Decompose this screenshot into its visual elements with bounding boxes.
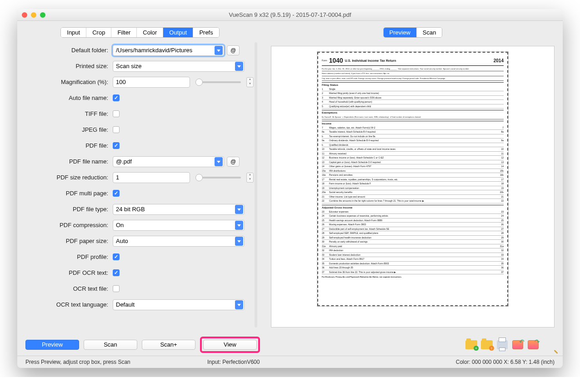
label-pdf-compress: PDF compression: xyxy=(22,222,113,228)
chevron-down-icon xyxy=(235,62,243,71)
doc-title: U.S. Individual Income Tax Return xyxy=(345,59,396,63)
pdf-file-type-combo[interactable]: 24 bit RGB xyxy=(113,204,245,215)
pdf-name-at-button[interactable]: @ xyxy=(227,157,240,167)
scanplus-button[interactable]: Scan+ xyxy=(142,340,195,350)
pdf-file-name-combo[interactable]: @.pdf xyxy=(113,156,224,167)
tab-filter[interactable]: Filter xyxy=(111,28,137,37)
form-area: Default folder: /Users/hamrickdavid/Pict… xyxy=(22,42,258,327)
printer-icon[interactable] xyxy=(496,339,508,351)
folder-at-button[interactable]: @ xyxy=(227,45,240,55)
magnification-stepper[interactable]: ▲▼ xyxy=(246,77,254,87)
tab-preview[interactable]: Preview xyxy=(384,28,417,37)
button-row: Preview Scan Scan+ View + ↑ ↶ ↷ xyxy=(17,332,563,356)
rotate-right-icon[interactable]: ↷ xyxy=(527,339,539,351)
chevron-down-icon xyxy=(215,157,223,166)
tab-input[interactable]: Input xyxy=(61,28,86,37)
label-pdf-file-type: PDF file type: xyxy=(22,206,113,213)
tab-scan[interactable]: Scan xyxy=(417,28,442,37)
chevron-down-icon xyxy=(215,46,223,55)
rotate-left-icon[interactable]: ↶ xyxy=(512,339,524,351)
jpeg-file-checkbox[interactable] xyxy=(113,126,120,133)
label-jpeg-file: JPEG file: xyxy=(22,126,113,133)
tab-color[interactable]: Color xyxy=(137,28,163,37)
tab-output[interactable]: Output xyxy=(163,28,193,37)
label-default-folder: Default folder: xyxy=(22,47,113,54)
scanned-document: Form 1040 U.S. Individual Income Tax Ret… xyxy=(317,52,508,306)
pdf-size-red-stepper[interactable]: ▲▼ xyxy=(246,173,254,183)
preview-pane: Preview Scan Form 1040 U.S. Individual I… xyxy=(263,21,563,332)
options-pane: Input Crop Filter Color Output Prefs Def… xyxy=(17,21,263,332)
tab-crop[interactable]: Crop xyxy=(86,28,111,37)
pdf-file-checkbox[interactable] xyxy=(113,142,120,149)
chevron-down-icon xyxy=(235,300,243,309)
pdf-size-red-input[interactable]: 1 xyxy=(113,172,190,183)
pdf-size-red-slider[interactable] xyxy=(195,177,241,179)
chevron-down-icon xyxy=(235,221,243,230)
preview-button[interactable]: Preview xyxy=(25,340,79,350)
pdf-compress-combo[interactable]: On xyxy=(113,220,245,231)
label-pdf-size-red: PDF size reduction: xyxy=(22,174,113,181)
printed-size-combo[interactable]: Scan size xyxy=(113,61,245,72)
ocr-lang-combo[interactable]: Default xyxy=(113,299,245,310)
view-button-highlight: View xyxy=(200,337,260,353)
new-folder-icon[interactable]: + xyxy=(465,339,477,351)
magnification-input[interactable]: 100 xyxy=(113,77,190,88)
status-input: Input: PerfectionV600 xyxy=(207,359,371,365)
auto-file-name-checkbox[interactable] xyxy=(113,94,120,101)
doc-form-number: 1040 xyxy=(329,56,343,65)
pdf-paper-size-combo[interactable]: Auto xyxy=(113,236,245,247)
window-title: VueScan 9 x32 (9.5.19) - 2015-07-17-0004… xyxy=(17,11,563,18)
left-tabs: Input Crop Filter Color Output Prefs xyxy=(60,27,219,38)
chevron-down-icon xyxy=(235,205,243,214)
label-pdf-file-name: PDF file name: xyxy=(22,158,113,165)
preview-viewport[interactable]: Form 1040 U.S. Individual Income Tax Ret… xyxy=(271,46,555,327)
statusbar: Press Preview, adjust crop box, press Sc… xyxy=(17,356,563,368)
default-folder-combo[interactable]: /Users/hamrickdavid/Pictures xyxy=(113,45,224,56)
label-ocr-text-file: OCR text file: xyxy=(22,285,113,292)
scan-button[interactable]: Scan xyxy=(84,340,137,350)
label-auto-file-name: Auto file name: xyxy=(22,94,113,101)
ocr-text-file-checkbox[interactable] xyxy=(113,285,120,292)
label-pdf-ocr-text: PDF OCR text: xyxy=(22,269,113,276)
chevron-down-icon xyxy=(235,237,243,246)
label-pdf-file: PDF file: xyxy=(22,142,113,149)
label-printed-size: Printed size: xyxy=(22,63,113,69)
zoom-in-icon[interactable] xyxy=(543,339,555,351)
titlebar: VueScan 9 x32 (9.5.19) - 2015-07-17-0004… xyxy=(17,9,563,21)
doc-year: 2014 xyxy=(494,58,504,64)
label-pdf-paper-size: PDF paper size: xyxy=(22,238,113,244)
label-pdf-profile: PDF profile: xyxy=(22,253,113,260)
label-magnification: Magnification (%): xyxy=(22,79,113,85)
pdf-ocr-text-checkbox[interactable] xyxy=(113,269,120,276)
app-window: VueScan 9 x32 (9.5.19) - 2015-07-17-0004… xyxy=(17,9,563,368)
label-ocr-lang: OCR text language: xyxy=(22,301,113,308)
pdf-multi-page-checkbox[interactable] xyxy=(113,190,120,197)
view-button[interactable]: View xyxy=(203,340,257,350)
magnification-slider[interactable] xyxy=(195,81,241,83)
pdf-profile-checkbox[interactable] xyxy=(113,253,120,260)
right-tabs: Preview Scan xyxy=(383,27,443,38)
tiff-file-checkbox[interactable] xyxy=(113,110,120,117)
status-coords: Color: 000 000 000 X: 6.58 Y: 1.48 (inch… xyxy=(371,359,555,365)
label-tiff-file: TIFF file: xyxy=(22,110,113,117)
tab-prefs[interactable]: Prefs xyxy=(193,28,219,37)
open-folder-icon[interactable]: ↑ xyxy=(481,339,493,351)
label-pdf-multi-page: PDF multi page: xyxy=(22,190,113,197)
status-hint: Press Preview, adjust crop box, press Sc… xyxy=(25,359,207,365)
